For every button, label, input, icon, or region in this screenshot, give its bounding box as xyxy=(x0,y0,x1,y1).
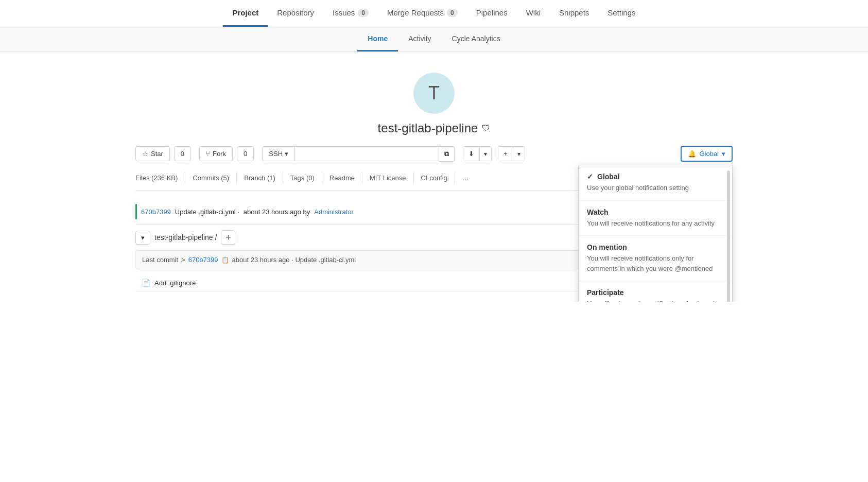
file-bar-ci-config[interactable]: CI config xyxy=(414,172,455,184)
action-bar: ☆ Star 0 ⑂ Fork 0 SSH ▾ ⧉ ⬇ ▾ xyxy=(135,146,733,162)
file-bar-branch[interactable]: Branch (1) xyxy=(237,172,283,184)
nav-item-project[interactable]: Project xyxy=(223,0,268,27)
copy-icon: ⧉ xyxy=(444,150,449,158)
nav-item-issues[interactable]: Issues 0 xyxy=(323,0,378,27)
commit-border-indicator xyxy=(135,204,137,219)
last-commit-hash-link[interactable]: 670b7399 xyxy=(188,256,218,264)
main-content: T test-gitlab-pipeline 🛡 ☆ Star 0 ⑂ Fork… xyxy=(125,52,743,302)
fork-count: 0 xyxy=(237,146,254,161)
clone-url-input[interactable] xyxy=(295,146,439,161)
download-caret-button[interactable]: ▾ xyxy=(479,147,491,161)
nav-item-repository[interactable]: Repository xyxy=(268,0,323,27)
issues-badge: 0 xyxy=(358,9,369,17)
branch-dropdown-icon: ▾ xyxy=(141,234,145,242)
download-icon: ⬇ xyxy=(468,150,474,158)
ssh-dropdown-icon: ▾ xyxy=(285,150,288,158)
notification-option-participate[interactable]: Participate You will only receive notifi… xyxy=(579,281,732,302)
project-header: T test-gitlab-pipeline 🛡 xyxy=(135,73,733,135)
sub-nav-home[interactable]: Home xyxy=(357,27,398,51)
branch-select[interactable]: ▾ xyxy=(135,231,150,245)
add-file-button[interactable]: + xyxy=(221,230,235,245)
file-name-link[interactable]: Add .gitignore xyxy=(154,279,196,287)
fork-button[interactable]: ⑂ Fork xyxy=(199,146,233,161)
shield-icon: 🛡 xyxy=(482,124,490,133)
add-icon: + xyxy=(504,150,508,158)
notification-option-on-mention[interactable]: On mention You will receive notification… xyxy=(579,236,732,281)
sub-nav-activity[interactable]: Activity xyxy=(398,27,441,51)
download-button[interactable]: ⬇ xyxy=(463,147,479,161)
file-bar-files[interactable]: Files (236 KB) xyxy=(135,172,185,184)
avatar: T xyxy=(413,73,455,114)
nav-item-merge-requests[interactable]: Merge Requests 0 xyxy=(378,0,467,27)
dropdown-scrollbar xyxy=(727,170,730,302)
notification-option-global[interactable]: ✓ Global Use your global notification se… xyxy=(579,165,732,201)
nav-item-settings[interactable]: Settings xyxy=(598,0,645,27)
commit-message: Update .gitlab-ci.yml · xyxy=(175,208,239,216)
add-button[interactable]: + xyxy=(498,147,513,161)
notification-button[interactable]: 🔔 Global ▾ xyxy=(681,146,733,162)
star-icon: ☆ xyxy=(142,150,148,158)
branch-name: test-gitlab-pipeline / xyxy=(154,233,217,242)
star-count: 0 xyxy=(174,146,191,161)
file-bar-license[interactable]: MIT License xyxy=(362,172,414,184)
file-bar-commits[interactable]: Commits (5) xyxy=(185,172,237,184)
fork-icon: ⑂ xyxy=(206,150,210,158)
commit-time: about 23 hours ago by xyxy=(244,208,310,216)
file-icon: 📄 xyxy=(142,279,150,287)
last-commit-copy-icon[interactable]: 📋 xyxy=(221,256,229,264)
nav-item-wiki[interactable]: Wiki xyxy=(517,0,550,27)
sub-nav: Home Activity Cycle Analytics xyxy=(0,27,868,52)
clone-area: SSH ▾ ⧉ xyxy=(262,146,455,162)
top-nav: Project Repository Issues 0 Merge Reques… xyxy=(0,0,868,27)
notification-option-watch[interactable]: Watch You will receive notifications for… xyxy=(579,201,732,236)
sub-nav-cycle-analytics[interactable]: Cycle Analytics xyxy=(442,27,511,51)
add-caret-button[interactable]: ▾ xyxy=(513,147,525,161)
file-bar-readme[interactable]: Readme xyxy=(322,172,362,184)
merge-requests-badge: 0 xyxy=(447,9,458,17)
notification-caret-icon: ▾ xyxy=(722,150,725,158)
nav-item-snippets[interactable]: Snippets xyxy=(550,0,598,27)
commit-author-link[interactable]: Administrator xyxy=(314,208,354,216)
notification-bell-icon: 🔔 xyxy=(688,150,696,158)
clone-copy-button[interactable]: ⧉ xyxy=(439,146,455,162)
add-button-group: + ▾ xyxy=(498,146,525,161)
file-bar-tags[interactable]: Tags (0) xyxy=(283,172,322,184)
project-name: test-gitlab-pipeline 🛡 xyxy=(378,121,491,135)
commit-hash-link[interactable]: 670b7399 xyxy=(141,208,171,216)
nav-item-pipelines[interactable]: Pipelines xyxy=(467,0,517,27)
download-button-group: ⬇ ▾ xyxy=(463,146,492,161)
check-icon: ✓ xyxy=(587,173,593,181)
ssh-button[interactable]: SSH ▾ xyxy=(262,146,295,161)
star-button[interactable]: ☆ Star xyxy=(135,146,170,161)
notification-dropdown: ✓ Global Use your global notification se… xyxy=(578,165,733,302)
file-bar-more: … xyxy=(455,172,476,184)
notification-dropdown-container: 🔔 Global ▾ ✓ Global Use your global noti… xyxy=(681,146,733,162)
